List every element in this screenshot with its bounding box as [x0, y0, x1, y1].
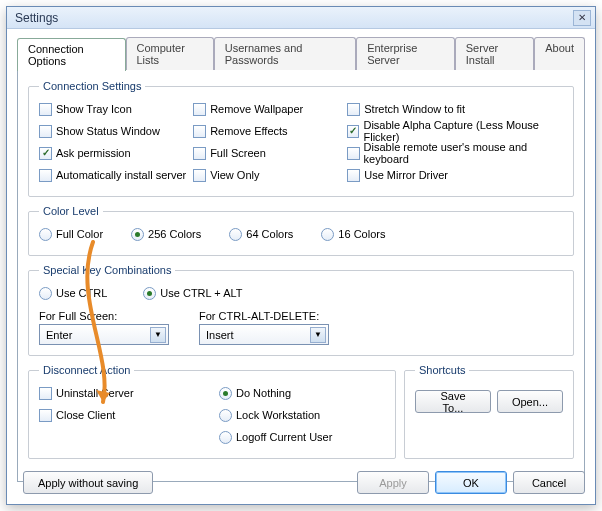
- radio-icon: [219, 431, 232, 444]
- checkbox-icon: [193, 169, 206, 182]
- group-legend: Color Level: [39, 205, 103, 217]
- group-legend: Shortcuts: [415, 364, 469, 376]
- radio-64-colors[interactable]: 64 Colors: [229, 223, 293, 245]
- apply-button[interactable]: Apply: [357, 471, 429, 494]
- chevron-down-icon: ▼: [310, 327, 326, 343]
- close-button[interactable]: ✕: [573, 10, 591, 26]
- checkbox-icon: [347, 169, 360, 182]
- radio-icon: [131, 228, 144, 241]
- check-close-client[interactable]: Close Client: [39, 404, 205, 426]
- close-icon: ✕: [578, 12, 586, 23]
- check-disable-alpha-capture[interactable]: Disable Alpha Capture (Less Mouse Flicke…: [347, 120, 563, 142]
- radio-icon: [219, 409, 232, 422]
- checkbox-icon: [193, 103, 206, 116]
- group-special-keys: Special Key Combinations Use CTRL Use CT…: [28, 264, 574, 356]
- checkbox-icon: [39, 409, 52, 422]
- chevron-down-icon: ▼: [150, 327, 166, 343]
- save-to-button[interactable]: Save To...: [415, 390, 491, 413]
- cancel-button[interactable]: Cancel: [513, 471, 585, 494]
- check-show-tray-icon[interactable]: Show Tray Icon: [39, 98, 193, 120]
- combo-cad-key[interactable]: Insert ▼: [199, 324, 329, 345]
- checkbox-icon: [39, 169, 52, 182]
- tab-connection-options[interactable]: Connection Options: [17, 38, 126, 71]
- check-auto-install-server[interactable]: Automatically install server: [39, 164, 193, 186]
- tab-about[interactable]: About: [534, 37, 585, 70]
- radio-256-colors[interactable]: 256 Colors: [131, 223, 201, 245]
- check-remove-effects[interactable]: Remove Effects: [193, 120, 347, 142]
- check-view-only[interactable]: View Only: [193, 164, 347, 186]
- check-use-mirror-driver[interactable]: Use Mirror Driver: [347, 164, 563, 186]
- label-cad-key: For CTRL-ALT-DELETE:: [199, 310, 329, 322]
- group-connection-settings: Connection Settings Show Tray Icon Show …: [28, 80, 574, 197]
- group-shortcuts: Shortcuts Save To... Open...: [404, 364, 574, 459]
- check-remove-wallpaper[interactable]: Remove Wallpaper: [193, 98, 347, 120]
- radio-use-ctrl-alt[interactable]: Use CTRL + ALT: [143, 282, 242, 304]
- group-disconnect-action: Disconnect Action Uninstall Server Close…: [28, 364, 396, 459]
- combo-fullscreen-key[interactable]: Enter ▼: [39, 324, 169, 345]
- checkbox-icon: [193, 147, 206, 160]
- ok-button[interactable]: OK: [435, 471, 507, 494]
- radio-use-ctrl[interactable]: Use CTRL: [39, 282, 107, 304]
- group-legend: Disconnect Action: [39, 364, 134, 376]
- checkbox-icon: [347, 147, 359, 160]
- radio-icon: [39, 228, 52, 241]
- apply-without-saving-button[interactable]: Apply without saving: [23, 471, 153, 494]
- check-disable-remote-input[interactable]: Disable remote user's mouse and keyboard: [347, 142, 563, 164]
- settings-dialog: Settings ✕ Connection Options Computer L…: [6, 6, 596, 505]
- checkbox-icon: [193, 125, 206, 138]
- check-ask-permission[interactable]: Ask permission: [39, 142, 193, 164]
- radio-do-nothing[interactable]: Do Nothing: [219, 382, 385, 404]
- titlebar: Settings ✕: [7, 7, 595, 29]
- label-fullscreen-key: For Full Screen:: [39, 310, 169, 322]
- tab-enterprise-server[interactable]: Enterprise Server: [356, 37, 455, 70]
- checkbox-icon: [39, 103, 52, 116]
- checkbox-icon: [39, 147, 52, 160]
- group-legend: Special Key Combinations: [39, 264, 175, 276]
- radio-icon: [143, 287, 156, 300]
- radio-logoff-user[interactable]: Logoff Current User: [219, 426, 385, 448]
- window-title: Settings: [15, 11, 573, 25]
- tab-usernames-passwords[interactable]: Usernames and Passwords: [214, 37, 356, 70]
- radio-icon: [219, 387, 232, 400]
- radio-icon: [321, 228, 334, 241]
- group-color-level: Color Level Full Color 256 Colors 64 Col…: [28, 205, 574, 256]
- radio-icon: [39, 287, 52, 300]
- check-stretch-window[interactable]: Stretch Window to fit: [347, 98, 563, 120]
- group-legend: Connection Settings: [39, 80, 145, 92]
- checkbox-icon: [347, 125, 359, 138]
- radio-icon: [229, 228, 242, 241]
- tab-computer-lists[interactable]: Computer Lists: [126, 37, 214, 70]
- checkbox-icon: [347, 103, 360, 116]
- checkbox-icon: [39, 125, 52, 138]
- check-show-status-window[interactable]: Show Status Window: [39, 120, 193, 142]
- tab-server-install[interactable]: Server Install: [455, 37, 534, 70]
- check-full-screen[interactable]: Full Screen: [193, 142, 347, 164]
- check-uninstall-server[interactable]: Uninstall Server: [39, 382, 205, 404]
- radio-lock-workstation[interactable]: Lock Workstation: [219, 404, 385, 426]
- checkbox-icon: [39, 387, 52, 400]
- tab-strip: Connection Options Computer Lists Userna…: [17, 37, 585, 70]
- tab-page-connection-options: Connection Settings Show Tray Icon Show …: [17, 69, 585, 482]
- open-button[interactable]: Open...: [497, 390, 563, 413]
- radio-full-color[interactable]: Full Color: [39, 223, 103, 245]
- dialog-buttons: Apply without saving Apply OK Cancel: [17, 471, 585, 494]
- radio-16-colors[interactable]: 16 Colors: [321, 223, 385, 245]
